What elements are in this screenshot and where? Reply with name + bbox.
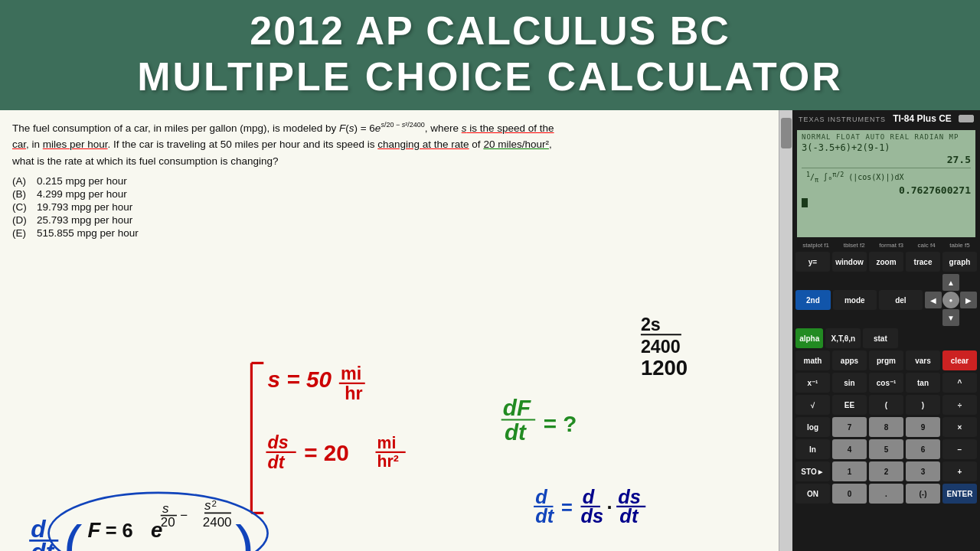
btn-on[interactable]: ON: [795, 484, 830, 504]
btn-math[interactable]: math: [795, 350, 830, 370]
calc-battery-icon: [959, 115, 974, 122]
page-header: 2012 AP CALCULUS BC MULTIPLE CHOICE CALC…: [0, 0, 980, 110]
svg-text:= 6: = 6: [106, 520, 133, 541]
func-table[interactable]: table f5: [949, 242, 969, 249]
func-format[interactable]: format f3: [879, 242, 903, 249]
svg-text:(: (: [64, 514, 83, 551]
nav-right-btn[interactable]: ▶: [960, 292, 977, 308]
svg-point-38: [49, 493, 268, 551]
func-calc[interactable]: calc f4: [918, 242, 936, 249]
btn-5[interactable]: 5: [869, 439, 903, 459]
btn-4[interactable]: 4: [832, 439, 867, 459]
btn-trace[interactable]: trace: [906, 252, 940, 272]
calc-row-3: alpha X,T,θ,n stat: [795, 328, 977, 348]
svg-text:hr²: hr²: [377, 452, 399, 470]
btn-cos[interactable]: cos⁻¹: [869, 373, 903, 393]
btn-stat[interactable]: stat: [863, 328, 898, 348]
svg-text:dt: dt: [535, 505, 555, 527]
btn-sqrt[interactable]: √: [795, 395, 830, 415]
nav-left-btn[interactable]: ◀: [925, 292, 942, 308]
btn-tan[interactable]: tan: [906, 373, 940, 393]
btn-vars[interactable]: vars: [906, 350, 940, 370]
btn-1[interactable]: 1: [832, 461, 867, 481]
btn-9[interactable]: 9: [906, 417, 940, 437]
btn-log[interactable]: log: [795, 417, 830, 437]
btn-7[interactable]: 7: [832, 417, 867, 437]
btn-power[interactable]: ^: [942, 373, 977, 393]
calc-row-8: ln 4 5 6 −: [795, 439, 977, 459]
choice-c: (C) 19.793 mpg per hour: [12, 201, 766, 213]
calc-row-2: 2nd mode del ▲ ◀ ● ▶ ▼: [795, 274, 977, 326]
svg-text:d: d: [31, 515, 46, 543]
btn-apps[interactable]: apps: [832, 350, 867, 370]
svg-text:hr: hr: [345, 383, 362, 403]
rate-underline: changing at the rate: [377, 139, 469, 150]
btn-xttn[interactable]: X,T,θ,n: [825, 328, 861, 348]
btn-zoom[interactable]: zoom: [869, 252, 903, 272]
svg-text:d: d: [535, 486, 547, 507]
btn-window[interactable]: window: [832, 252, 867, 272]
btn-enter[interactable]: ENTER: [942, 484, 977, 504]
calc-screen: NORMAL FLOAT AUTO REAL RADIAN MP 3(-3.5+…: [797, 130, 975, 237]
scroll-thumb[interactable]: [781, 118, 792, 148]
svg-text:s = 50: s = 50: [268, 367, 332, 392]
btn-3[interactable]: 3: [906, 461, 940, 481]
btn-subtract[interactable]: −: [942, 439, 977, 459]
btn-x-inverse[interactable]: x⁻¹: [795, 373, 830, 393]
calc-cursor: [802, 197, 971, 207]
calc-row-10: ON 0 . (-) ENTER: [795, 484, 977, 504]
btn-ln[interactable]: ln: [795, 439, 830, 459]
calc-row-1: y= window zoom trace graph: [795, 252, 977, 272]
calc-row-5: x⁻¹ sin cos⁻¹ tan ^: [795, 373, 977, 393]
choice-d: (D) 25.793 mpg per hour: [12, 214, 766, 226]
btn-add[interactable]: +: [942, 461, 977, 481]
svg-text:dt: dt: [505, 419, 527, 445]
svg-text:−: −: [180, 508, 188, 523]
btn-0[interactable]: 0: [832, 484, 867, 504]
main-content: The fuel consumption of a car, in miles …: [0, 110, 980, 551]
btn-2nd[interactable]: 2nd: [795, 290, 831, 310]
nav-up-btn[interactable]: ▲: [942, 274, 959, 291]
nav-center-btn[interactable]: ●: [942, 292, 959, 308]
calculator: Texas Instruments TI-84 Plus CE NORMAL F…: [792, 110, 980, 551]
func-tblset[interactable]: tblset f2: [844, 242, 865, 249]
btn-mode[interactable]: mode: [833, 290, 877, 310]
svg-text:mi: mi: [377, 434, 397, 452]
btn-divide[interactable]: ÷: [942, 395, 977, 415]
title-line1: 2012 AP CALCULUS BC: [15, 8, 965, 54]
btn-ee[interactable]: EE: [832, 395, 867, 415]
svg-text:·: ·: [606, 497, 612, 518]
btn-y-equals[interactable]: y=: [795, 252, 830, 272]
nav-down-btn[interactable]: ▼: [942, 309, 959, 326]
func-statplot[interactable]: statplot f1: [802, 242, 829, 249]
btn-multiply[interactable]: ×: [942, 417, 977, 437]
btn-clear[interactable]: clear: [942, 350, 977, 370]
svg-text:2400: 2400: [203, 515, 232, 530]
scrollbar[interactable]: [779, 110, 792, 551]
nav-cluster: ▲ ◀ ● ▶ ▼: [925, 274, 977, 326]
svg-text:dt: dt: [619, 505, 639, 527]
svg-text:2: 2: [211, 498, 216, 508]
btn-graph[interactable]: graph: [942, 252, 977, 272]
btn-del[interactable]: del: [879, 290, 923, 310]
btn-negate[interactable]: (-): [906, 484, 940, 504]
svg-text:ds: ds: [268, 432, 289, 452]
calc-line-3: 1/π ∫₀π/2 (|cos(X)|)dX: [802, 171, 971, 184]
btn-lparen[interactable]: (: [869, 395, 903, 415]
btn-prgm[interactable]: prgm: [869, 350, 903, 370]
calc-row-4: math apps prgm vars clear: [795, 350, 977, 370]
svg-text:2400: 2400: [641, 337, 681, 357]
svg-text:ds: ds: [581, 505, 604, 527]
svg-text:s: s: [204, 498, 211, 513]
btn-alpha[interactable]: alpha: [795, 328, 823, 348]
btn-sto[interactable]: STO►: [795, 461, 830, 481]
btn-sin[interactable]: sin: [832, 373, 867, 393]
btn-2[interactable]: 2: [869, 461, 903, 481]
svg-text:d: d: [583, 486, 595, 507]
svg-text:mi: mi: [341, 364, 361, 383]
btn-6[interactable]: 6: [906, 439, 940, 459]
btn-rparen[interactable]: ): [906, 395, 940, 415]
btn-decimal[interactable]: .: [869, 484, 903, 504]
svg-text:dF: dF: [503, 395, 531, 420]
btn-8[interactable]: 8: [869, 417, 903, 437]
